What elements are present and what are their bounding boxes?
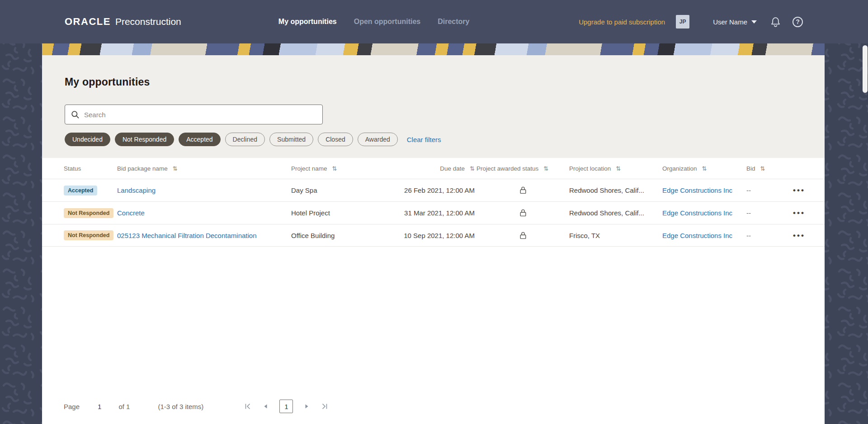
project-awarded-status-cell <box>476 231 569 240</box>
clear-filters-link[interactable]: Clear filters <box>407 136 441 143</box>
project-location-cell: Redwood Shores, Calif... <box>569 209 662 217</box>
sort-icon[interactable]: ⇅ <box>702 165 707 172</box>
decorative-banner-stripe <box>42 43 825 55</box>
column-label: Bid <box>746 165 755 172</box>
chevron-down-icon <box>751 20 757 24</box>
project-location-cell: Frisco, TX <box>569 232 662 239</box>
column-header-due-date: Due date ⇅ <box>402 165 476 172</box>
column-header-organization: Organization ⇅ <box>662 165 746 172</box>
project-awarded-status-cell <box>476 209 569 217</box>
lock-icon <box>519 209 527 217</box>
organization-link[interactable]: Edge Constructions Inc <box>662 232 746 239</box>
content-card: My opportunities Undecided Not Responded… <box>42 43 825 424</box>
pagination-controls: 1 <box>244 400 328 413</box>
bell-icon <box>770 16 781 28</box>
previous-page-icon <box>263 403 268 410</box>
first-page-icon <box>244 403 251 410</box>
next-page-icon <box>304 403 310 410</box>
first-page-button[interactable] <box>244 403 251 410</box>
row-actions-button[interactable]: ••• <box>793 186 805 195</box>
page-number-box[interactable]: 1 <box>279 400 293 413</box>
status-badge: Not Responded <box>64 208 113 218</box>
sort-icon[interactable]: ⇅ <box>470 165 475 172</box>
table-row: Not Responded 025123 Mechanical Filtrati… <box>42 224 825 247</box>
notifications-button[interactable] <box>770 16 781 28</box>
due-date-cell: 26 Feb 2021, 12:00 AM <box>402 186 476 194</box>
due-date-cell: 10 Sep 2021, 12:00 AM <box>402 232 476 239</box>
column-label: Due date <box>440 165 465 172</box>
row-actions-button[interactable]: ••• <box>793 231 805 240</box>
column-label: Project awarded status <box>476 165 538 172</box>
upgrade-subscription-link[interactable]: Upgrade to paid subscription <box>579 18 665 26</box>
column-header-project-name: Project name ⇅ <box>291 165 402 172</box>
filter-chip-accepted[interactable]: Accepted <box>179 133 220 146</box>
last-page-icon <box>321 403 328 410</box>
previous-page-button[interactable] <box>263 403 268 410</box>
project-location-cell: Redwood Shores, Calif... <box>569 186 662 194</box>
table-header-row: Status Bid package name ⇅ Project name ⇅… <box>42 158 825 179</box>
sort-icon[interactable]: ⇅ <box>760 165 765 172</box>
project-name-cell: Office Building <box>291 232 402 239</box>
nav-my-opportunities[interactable]: My opportunities <box>278 18 337 26</box>
column-label: Project location <box>569 165 611 172</box>
user-menu[interactable]: User Name <box>713 18 757 26</box>
organization-link[interactable]: Edge Constructions Inc <box>662 209 746 217</box>
next-page-button[interactable] <box>304 403 310 410</box>
lock-icon <box>519 186 527 195</box>
column-header-bid-package-name: Bid package name ⇅ <box>117 165 291 172</box>
organization-link[interactable]: Edge Constructions Inc <box>662 186 746 194</box>
due-date-cell: 31 Mar 2021, 12:00 AM <box>402 209 476 217</box>
brand-logo: ORACLE Preconstruction <box>65 16 181 28</box>
page-title: My opportunities <box>65 76 825 88</box>
search-icon <box>71 110 79 119</box>
oracle-wordmark: ORACLE <box>65 16 111 28</box>
table-row: Not Responded Concrete Hotel Project 31 … <box>42 201 825 224</box>
status-badge: Accepted <box>64 186 97 195</box>
nav-directory[interactable]: Directory <box>438 18 469 26</box>
search-input[interactable] <box>84 111 316 119</box>
column-header-project-awarded-status: Project awarded status ⇅ <box>476 165 569 172</box>
page-header-section: My opportunities Undecided Not Responded… <box>42 55 825 158</box>
scrollbar-thumb[interactable] <box>863 45 868 93</box>
filter-chip-awarded[interactable]: Awarded <box>358 133 398 146</box>
project-awarded-status-cell <box>476 186 569 195</box>
help-button[interactable]: ? <box>793 17 803 27</box>
project-name-cell: Hotel Project <box>291 209 402 217</box>
bid-cell: -- <box>746 186 793 194</box>
lock-icon <box>519 231 527 240</box>
main-nav: My opportunities Open opportunities Dire… <box>278 18 470 26</box>
filter-chip-declined[interactable]: Declined <box>225 133 265 146</box>
search-box <box>65 105 323 124</box>
row-actions-button[interactable]: ••• <box>793 209 805 217</box>
filter-chip-submitted[interactable]: Submitted <box>269 133 313 146</box>
filter-chip-not-responded[interactable]: Not Responded <box>115 133 174 146</box>
column-label: Organization <box>662 165 697 172</box>
column-header-project-location: Project location ⇅ <box>569 165 662 172</box>
project-name-cell: Day Spa <box>291 186 402 194</box>
product-name: Preconstruction <box>115 16 181 27</box>
nav-open-opportunities[interactable]: Open opportunities <box>354 18 421 26</box>
sort-icon[interactable]: ⇅ <box>543 165 548 172</box>
status-badge: Not Responded <box>64 230 113 240</box>
sort-icon[interactable]: ⇅ <box>332 165 337 172</box>
avatar[interactable]: JP <box>676 15 689 29</box>
bid-package-link[interactable]: 025123 Mechanical Filtration Decontamina… <box>117 232 291 239</box>
opportunities-table: Status Bid package name ⇅ Project name ⇅… <box>42 158 825 389</box>
column-label: Project name <box>291 165 327 172</box>
bid-package-link[interactable]: Landscaping <box>117 186 291 194</box>
header-actions: Upgrade to paid subscription JP User Nam… <box>579 15 803 29</box>
filter-chip-undecided[interactable]: Undecided <box>65 133 110 146</box>
bid-cell: -- <box>746 209 793 217</box>
sort-icon[interactable]: ⇅ <box>616 165 621 172</box>
column-header-status: Status <box>64 165 117 172</box>
app-header: ORACLE Preconstruction My opportunities … <box>0 0 868 43</box>
column-label: Status <box>64 165 81 172</box>
filter-chip-closed[interactable]: Closed <box>318 133 353 146</box>
last-page-button[interactable] <box>321 403 328 410</box>
bid-package-link[interactable]: Concrete <box>117 209 291 217</box>
bid-cell: -- <box>746 232 793 239</box>
column-header-bid: Bid ⇅ <box>746 165 793 172</box>
sort-icon[interactable]: ⇅ <box>173 165 178 172</box>
table-row: Accepted Landscaping Day Spa 26 Feb 2021… <box>42 179 825 201</box>
user-name-label: User Name <box>713 18 747 26</box>
